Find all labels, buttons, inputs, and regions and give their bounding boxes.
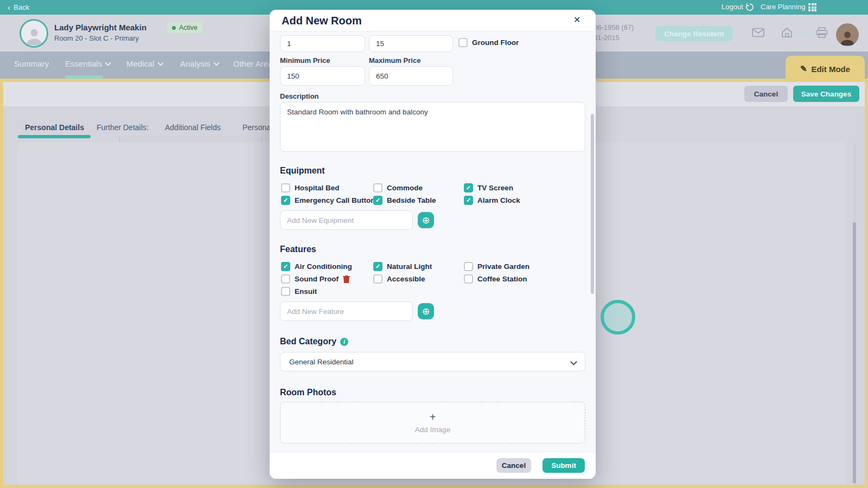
info-icon[interactable]: i	[340, 338, 348, 346]
status-dot-icon	[172, 26, 176, 30]
room-capacity-input[interactable]	[369, 35, 453, 52]
bed-category-heading: Bed Category i	[280, 337, 348, 346]
checkbox-checked-icon: ✓	[373, 262, 382, 271]
modal-cancel-button[interactable]: Cancel	[496, 458, 531, 473]
resident-name: Lady Playwright Meakin	[54, 23, 146, 32]
equipment-heading: Equipment	[280, 166, 325, 176]
chevron-down-icon	[570, 358, 577, 365]
back-button[interactable]: ‹ Back	[8, 3, 29, 12]
chevron-down-icon	[213, 60, 219, 66]
feature-checkbox-sound-proof[interactable]: Sound Proof	[281, 274, 350, 284]
feature-checkbox-ensuit[interactable]: Ensuit	[281, 287, 317, 296]
max-price-input[interactable]	[369, 66, 453, 86]
resident-avatar[interactable]	[20, 19, 48, 48]
nav-label: Summary	[14, 59, 49, 68]
feature-checkbox-private-garden[interactable]: Private Garden	[464, 262, 529, 271]
checkbox-icon	[373, 274, 382, 284]
checkbox-checked-icon: ✓	[281, 196, 290, 205]
feature-checkbox-air-conditioning[interactable]: ✓ Air Conditioning	[281, 262, 352, 271]
add-equipment-button[interactable]: ⊕	[418, 212, 434, 228]
feature-checkbox-coffee-station[interactable]: Coffee Station	[464, 274, 527, 284]
checkbox-icon	[281, 183, 290, 192]
checkbox-label: Emergency Call Button	[295, 196, 375, 204]
person-photo-icon	[839, 29, 856, 46]
back-label: Back	[14, 3, 29, 11]
print-icon[interactable]	[816, 27, 828, 40]
checkbox-label: Air Conditioning	[295, 262, 352, 271]
resident-birth-info: 06-1958 (67)	[593, 23, 634, 31]
room-number-input[interactable]	[280, 35, 365, 52]
page-cancel-button[interactable]: Cancel	[744, 86, 788, 102]
nav-item-other-areas[interactable]: Other Area	[233, 59, 273, 68]
checkbox-icon	[464, 274, 473, 284]
mail-icon[interactable]	[752, 28, 764, 40]
apps-grid-icon[interactable]	[808, 3, 816, 11]
tab-personal-details[interactable]: Personal Details	[25, 123, 84, 132]
app-name-link[interactable]: Care Planning	[761, 3, 805, 11]
equipment-checkbox-alarm-clock[interactable]: ✓ Alarm Clock	[464, 196, 520, 205]
equipment-checkbox-tv-screen[interactable]: ✓ TV Screen	[464, 183, 513, 192]
logout-label: Logout	[722, 3, 743, 11]
checkbox-label: TV Screen	[477, 184, 513, 192]
modal-scrollbar-thumb[interactable]	[591, 114, 594, 294]
add-image-dropzone[interactable]: + Add Image	[280, 402, 585, 444]
bed-category-select[interactable]: General Residential	[280, 352, 585, 371]
scp-label[interactable]: SCP	[795, 29, 810, 37]
back-chevron-icon: ‹	[8, 3, 10, 12]
chevron-down-icon	[105, 60, 111, 66]
change-resident-button[interactable]: Change Resident	[655, 26, 733, 41]
modal-submit-button[interactable]: Submit	[542, 458, 585, 473]
person-icon	[24, 25, 44, 46]
equipment-checkbox-emergency-call[interactable]: ✓ Emergency Call Button	[281, 196, 375, 205]
status-badge: Active	[167, 22, 202, 33]
nav-item-analysis[interactable]: Analysis	[180, 59, 219, 68]
logout-button[interactable]: Logout	[722, 3, 743, 11]
equipment-checkbox-hospital-bed[interactable]: Hospital Bed	[281, 183, 340, 192]
page-scrollbar-thumb[interactable]	[853, 222, 856, 484]
pencil-icon: ✎	[800, 64, 807, 74]
nav-item-medical[interactable]: Medical	[126, 59, 163, 68]
logout-icon[interactable]	[745, 3, 754, 14]
status-label: Active	[179, 24, 197, 31]
edit-mode-badge: ✎ Edit Mode	[786, 56, 865, 82]
add-equipment-input[interactable]	[280, 210, 413, 230]
checkbox-icon	[464, 262, 473, 271]
checkbox-checked-icon: ✓	[373, 196, 382, 205]
checkbox-checked-icon: ✓	[281, 262, 290, 271]
room-description-textarea[interactable]: Standard Room with bathroom and balcony	[280, 102, 585, 152]
description-label: Description	[280, 92, 319, 100]
checkbox-label: Accessible	[387, 275, 425, 283]
feature-checkbox-accessible[interactable]: Accessible	[373, 274, 425, 284]
tab-personal-more[interactable]: Persona	[242, 123, 271, 132]
close-icon[interactable]: ✕	[573, 15, 580, 25]
home-icon[interactable]	[781, 27, 793, 40]
plus-icon: +	[430, 412, 436, 422]
min-price-input[interactable]	[280, 66, 365, 86]
checkbox-label: Alarm Clock	[477, 196, 520, 204]
max-price-label: Maximum Price	[369, 56, 420, 65]
feature-checkbox-natural-light[interactable]: ✓ Natural Light	[373, 262, 432, 271]
nav-item-essentials[interactable]: Essentials	[65, 59, 110, 68]
trash-icon[interactable]	[343, 275, 350, 283]
checkbox-checked-icon: ✓	[464, 183, 473, 192]
equipment-checkbox-commode[interactable]: Commode	[373, 183, 423, 192]
add-feature-button[interactable]: ⊕	[418, 303, 434, 319]
tab-additional-fields[interactable]: Additional Fields	[165, 123, 221, 132]
modal-header: Add New Room ✕	[270, 10, 596, 31]
save-changes-button[interactable]: Save Changes	[793, 86, 859, 102]
edit-mode-label: Edit Mode	[811, 65, 850, 74]
user-avatar[interactable]	[836, 23, 859, 46]
add-feature-input[interactable]	[280, 301, 413, 321]
checkbox-label: Private Garden	[477, 262, 529, 271]
checkbox-label: Sound Proof	[295, 275, 339, 283]
nav-item-summary[interactable]: Summary	[14, 59, 49, 68]
tab-further-details[interactable]: Further Details:	[97, 123, 149, 132]
nav-label: Other Area	[233, 59, 273, 68]
ground-floor-checkbox[interactable]: Ground Floor	[458, 38, 519, 47]
min-price-label: Minimum Price	[280, 56, 330, 65]
checkbox-label: Natural Light	[387, 262, 432, 271]
edit-mode-frame-bottom	[0, 485, 868, 488]
equipment-checkbox-bedside-table[interactable]: ✓ Bedside Table	[373, 196, 436, 205]
add-image-label: Add Image	[415, 426, 450, 434]
checkbox-label: Hospital Bed	[295, 184, 340, 192]
